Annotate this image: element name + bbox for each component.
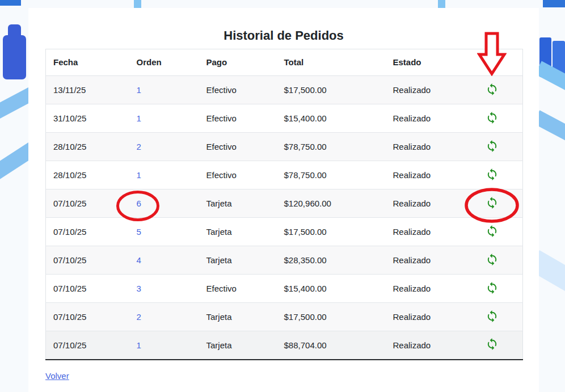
refresh-icon [486, 338, 499, 351]
order-action-cell [462, 133, 523, 161]
reorder-button[interactable] [486, 310, 499, 323]
order-number-cell: 5 [129, 218, 199, 246]
top-left-bar-shape [0, 0, 21, 6]
order-number-link[interactable]: 2 [137, 312, 141, 322]
order-total-cell: $17,500.00 [277, 303, 386, 331]
order-status-cell: Realizado [386, 246, 462, 275]
order-row: 07/10/25 5 Tarjeta $17,500.00 Realizado [46, 218, 523, 246]
column-header-actions [462, 49, 523, 76]
order-number-link[interactable]: 2 [137, 142, 141, 151]
order-number-cell: 1 [129, 104, 199, 133]
order-row: 07/10/25 2 Tarjeta $17,500.00 Realizado [46, 303, 523, 331]
payment-method-cell: Tarjeta [199, 218, 277, 246]
order-total-cell: $88,704.00 [277, 331, 386, 360]
column-header-orden: Orden [129, 49, 199, 76]
order-status-cell: Realizado [386, 189, 462, 218]
order-number-cell: 6 [129, 189, 199, 218]
order-table-body: 13/11/25 1 Efectivo $17,500.00 Realizado… [46, 76, 523, 360]
order-status-cell: Realizado [386, 303, 462, 331]
reorder-button[interactable] [486, 196, 499, 209]
payment-method-cell: Tarjeta [199, 303, 277, 331]
order-number-link[interactable]: 1 [137, 340, 141, 350]
order-action-cell [462, 161, 523, 189]
order-total-cell: $78,750.00 [277, 161, 386, 189]
bottle-shape [3, 35, 26, 79]
order-row: 07/10/25 3 Efectivo $15,400.00 Realizado [46, 275, 523, 303]
page-title: Historial de Pedidos [28, 28, 539, 43]
order-number-link[interactable]: 6 [137, 199, 141, 208]
reorder-button[interactable] [486, 168, 499, 181]
order-row: 13/11/25 1 Efectivo $17,500.00 Realizado [46, 76, 523, 104]
table-header-row: Fecha Orden Pago Total Estado [46, 49, 523, 76]
order-row: 31/10/25 1 Efectivo $15,400.00 Realizado [46, 104, 523, 133]
order-number-cell: 1 [129, 76, 199, 104]
order-date-cell: 07/10/25 [46, 275, 129, 303]
order-status-cell: Realizado [386, 331, 462, 360]
order-number-cell: 2 [129, 303, 199, 331]
order-action-cell [462, 104, 523, 133]
column-header-total: Total [277, 49, 386, 76]
order-number-link[interactable]: 1 [137, 113, 141, 123]
payment-method-cell: Tarjeta [199, 189, 277, 218]
order-date-cell: 28/10/25 [46, 161, 129, 189]
order-number-link[interactable]: 4 [137, 255, 141, 265]
order-status-cell: Realizado [386, 218, 462, 246]
refresh-icon [486, 140, 499, 153]
order-number-link[interactable]: 1 [137, 170, 141, 180]
order-number-link[interactable]: 1 [137, 85, 141, 95]
order-action-cell [462, 331, 523, 360]
reorder-button[interactable] [486, 83, 499, 96]
column-header-fecha: Fecha [46, 49, 129, 76]
reorder-button[interactable] [486, 111, 499, 124]
payment-method-cell: Efectivo [199, 104, 277, 133]
order-total-cell: $15,400.00 [277, 104, 386, 133]
order-total-cell: $17,500.00 [277, 76, 386, 104]
top-right-bar-shape [543, 0, 565, 7]
payment-method-cell: Tarjeta [199, 246, 277, 275]
column-header-pago: Pago [199, 49, 277, 76]
order-number-cell: 3 [129, 275, 199, 303]
reorder-button[interactable] [486, 253, 499, 266]
payment-method-cell: Efectivo [199, 275, 277, 303]
order-total-cell: $78,750.00 [277, 133, 386, 161]
order-action-cell [462, 76, 523, 104]
order-row: 28/10/25 2 Efectivo $78,750.00 Realizado [46, 133, 523, 161]
order-row: 07/10/25 4 Tarjeta $28,350.00 Realizado [46, 246, 523, 275]
reorder-button[interactable] [486, 225, 499, 238]
reorder-button[interactable] [486, 281, 499, 294]
order-date-cell: 07/10/25 [46, 218, 129, 246]
order-total-cell: $17,500.00 [277, 218, 386, 246]
refresh-icon [486, 83, 499, 96]
reorder-button[interactable] [486, 338, 499, 351]
refresh-icon [486, 253, 499, 266]
order-date-cell: 07/10/25 [46, 303, 129, 331]
order-status-cell: Realizado [386, 275, 462, 303]
order-number-link[interactable]: 5 [137, 227, 141, 237]
order-date-cell: 07/10/25 [46, 246, 129, 275]
order-row: 07/10/25 6 Tarjeta $120,960.00 Realizado [46, 189, 523, 218]
order-number-cell: 2 [129, 133, 199, 161]
order-number-cell: 1 [129, 331, 199, 360]
back-link[interactable]: Volver [45, 371, 69, 381]
order-status-cell: Realizado [386, 76, 462, 104]
refresh-icon [486, 225, 499, 238]
order-total-cell: $15,400.00 [277, 275, 386, 303]
order-date-cell: 13/11/25 [46, 76, 129, 104]
payment-method-cell: Efectivo [199, 133, 277, 161]
order-status-cell: Realizado [386, 104, 462, 133]
order-action-cell [462, 303, 523, 331]
order-history-table: Fecha Orden Pago Total Estado 13/11/25 1… [45, 49, 523, 360]
payment-method-cell: Tarjeta [199, 331, 277, 360]
order-action-cell [462, 218, 523, 246]
content-card: Historial de Pedidos Fecha Orden Pago To… [28, 8, 539, 392]
payment-method-cell: Efectivo [199, 161, 277, 189]
reorder-button[interactable] [486, 140, 499, 153]
order-status-cell: Realizado [386, 133, 462, 161]
refresh-icon [486, 281, 499, 294]
order-date-cell: 28/10/25 [46, 133, 129, 161]
order-date-cell: 07/10/25 [46, 331, 129, 360]
refresh-icon [486, 196, 499, 209]
refresh-icon [486, 168, 499, 181]
order-number-link[interactable]: 3 [137, 284, 141, 293]
order-date-cell: 31/10/25 [46, 104, 129, 133]
